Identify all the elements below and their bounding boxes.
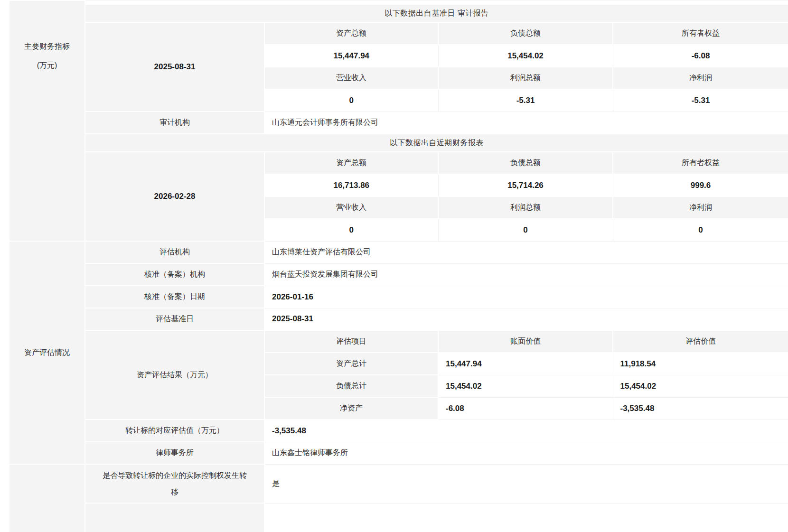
header-total-profit: 利润总额	[438, 67, 613, 89]
header-assessed-value: 评估价值	[613, 330, 788, 353]
header-owner-equity: 所有者权益	[613, 152, 788, 174]
audit-owner-equity-value: -6.08	[613, 45, 788, 67]
banner-recent-statements: 以下数据出自近期财务报表	[85, 134, 788, 152]
header-total-profit: 利润总额	[438, 196, 613, 219]
assessment-agency-label: 评估机构	[85, 241, 264, 263]
header-net-profit: 净利润	[613, 196, 788, 219]
header-owner-equity: 所有者权益	[613, 22, 788, 45]
header-operating-revenue: 营业收入	[264, 196, 438, 219]
assessment-base-date-label: 评估基准日	[85, 308, 264, 330]
recent-total-assets-value: 16,713.86	[264, 174, 438, 196]
audit-total-profit-value: -5.31	[438, 89, 613, 112]
header-operating-revenue: 营业收入	[264, 67, 438, 89]
assessment-agency-value: 山东博莱仕资产评估有限公司	[264, 241, 788, 263]
total-liabilities-book-value: 15,454.02	[438, 375, 613, 397]
approval-agency-value: 烟台蓝天投资发展集团有限公司	[264, 263, 788, 286]
header-book-value: 账面价值	[438, 330, 613, 353]
header-total-liabilities: 负债总额	[438, 152, 613, 174]
audit-net-profit-value: -5.31	[613, 89, 788, 112]
recent-statement-date: 2026-02-28	[85, 152, 264, 241]
transfer-target-assessed-value: -3,535.48	[264, 420, 788, 442]
transfer-target-assessed-value-label: 转让标的对应评估值（万元）	[85, 420, 264, 442]
row-label-total-assets: 资产总计	[264, 353, 438, 375]
header-net-profit: 净利润	[613, 67, 788, 89]
row-label-total-liabilities: 负债总计	[264, 375, 438, 397]
audit-agency-value: 山东通元会计师事务所有限公司	[264, 112, 788, 134]
assessment-result-label: 资产评估结果（万元）	[85, 330, 264, 420]
law-firm-label: 律师事务所	[85, 442, 264, 464]
header-assessment-item: 评估项目	[264, 330, 438, 353]
banner-audit-report: 以下数据出自基准日 审计报告	[85, 4, 788, 22]
header-total-assets: 资产总额	[264, 22, 438, 45]
total-assets-book-value: 15,447.94	[438, 353, 613, 375]
control-transfer-label: 是否导致转让标的企业的实际控制权发生转移	[85, 464, 264, 503]
financial-indicators-table-wrap: 主要财务指标 (万元) 以下数据出自基准日 审计报告 2025-08-31 资产…	[9, 0, 788, 532]
bottom-cropped-label-cell	[85, 503, 264, 532]
recent-total-liabilities-value: 15,714.26	[438, 174, 613, 196]
financial-indicators-table: 主要财务指标 (万元) 以下数据出自基准日 审计报告 2025-08-31 资产…	[9, 0, 788, 532]
top-cropped-row	[85, 0, 788, 4]
recent-operating-revenue-value: 0	[264, 219, 438, 241]
recent-total-profit-value: 0	[438, 219, 613, 241]
group-next-section-cropped	[9, 464, 85, 532]
audit-agency-label: 审计机构	[85, 112, 264, 134]
audit-total-assets-value: 15,447.94	[264, 45, 438, 67]
group-main-financial-indicators-line1: 主要财务指标	[9, 37, 84, 56]
header-total-assets: 资产总额	[264, 152, 438, 174]
total-liabilities-assessed-value: 15,454.02	[613, 375, 788, 397]
audit-operating-revenue-value: 0	[264, 89, 438, 112]
audit-base-date: 2025-08-31	[85, 22, 264, 112]
assessment-base-date-value: 2025-08-31	[264, 308, 788, 330]
group-main-financial-indicators-line2: (万元)	[9, 56, 84, 75]
group-main-financial-indicators: 主要财务指标 (万元)	[9, 0, 85, 241]
net-assets-assessed-value: -3,535.48	[613, 397, 788, 420]
net-assets-book-value: -6.08	[438, 397, 613, 420]
approval-agency-label: 核准（备案）机构	[85, 263, 264, 286]
header-total-liabilities: 负债总额	[438, 22, 613, 45]
law-firm-value: 山东鑫士铭律师事务所	[264, 442, 788, 464]
control-transfer-value: 是	[264, 464, 788, 503]
recent-net-profit-value: 0	[613, 219, 788, 241]
approval-date-label: 核准（备案）日期	[85, 286, 264, 308]
audit-total-liabilities-value: 15,454.02	[438, 45, 613, 67]
recent-owner-equity-value: 999.6	[613, 174, 788, 196]
row-label-net-assets: 净资产	[264, 397, 438, 420]
total-assets-assessed-value: 11,918.54	[613, 353, 788, 375]
bottom-cropped-value-cell	[264, 503, 788, 532]
approval-date-value: 2026-01-16	[264, 286, 788, 308]
group-asset-assessment: 资产评估情况	[9, 241, 85, 464]
